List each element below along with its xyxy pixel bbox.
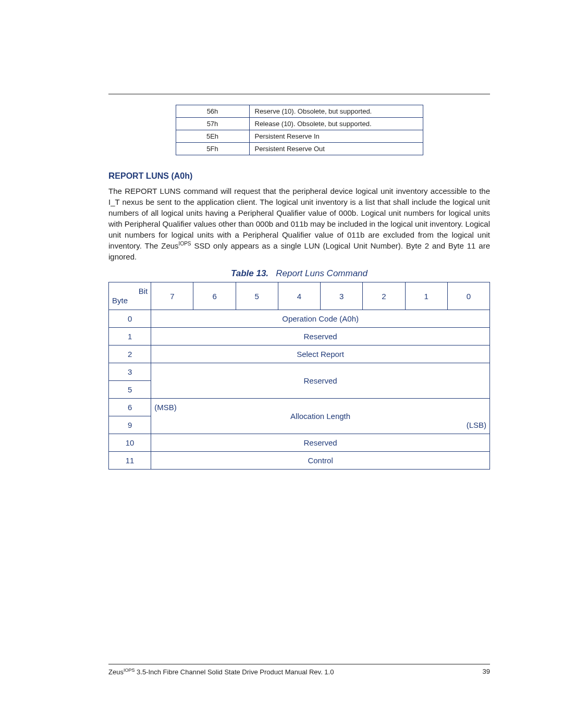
bit-header: 5 (236, 282, 278, 310)
spacer-cell (151, 416, 193, 434)
caption-title: Report Luns Command (276, 268, 368, 278)
spacer-cell (151, 381, 193, 399)
bit-header: 4 (278, 282, 320, 310)
table-row: 5Eh Persistent Reserve In (176, 130, 423, 143)
byte-cell-bot: 9 (109, 416, 151, 434)
command-table: Bit Byte 7 6 5 4 3 2 1 0 0 Operation Cod… (108, 282, 490, 470)
opcode-cell: 5Fh (176, 143, 249, 155)
spacer-cell (151, 363, 193, 381)
byte-cell: 11 (109, 452, 151, 470)
heading-text: UNS (151, 171, 169, 180)
bit-header: 2 (363, 282, 405, 310)
page-number: 39 (483, 668, 490, 676)
heading-text: L (146, 171, 151, 181)
heading-text: EPORT (115, 171, 143, 180)
byte-cell: 2 (109, 346, 151, 363)
opcode-cell: 5Eh (176, 130, 249, 143)
table-row: 56h Reserve (10). Obsolete, but supporte… (176, 105, 423, 118)
footer-text: ZeusIOPS 3.5-Inch Fibre Channel Solid St… (108, 668, 334, 676)
byte-cell-top: 6 (109, 399, 151, 416)
byte-label: Byte (112, 296, 148, 305)
paragraph-text: The REPORT LUNS command will request tha… (108, 187, 490, 250)
table-row: 10 Reserved (109, 434, 490, 452)
byte-cell-top: 3 (109, 363, 151, 381)
table-row: 2 Select Report (109, 346, 490, 363)
bit-header: 6 (193, 282, 236, 310)
table-row: 11 Control (109, 452, 490, 470)
byte-cell: 10 (109, 434, 151, 452)
bit-header: 1 (405, 282, 447, 310)
footer-pre: Zeus (108, 668, 124, 676)
bit-header: 0 (447, 282, 489, 310)
lsb-label: (LSB) (447, 416, 489, 434)
spacer-cell (447, 363, 489, 381)
opcode-desc: Release (10). Obsolete, but supported. (249, 118, 423, 130)
opcode-cell: 57h (176, 118, 249, 130)
footer: ZeusIOPS 3.5-Inch Fibre Channel Solid St… (108, 664, 490, 676)
field-label: Reserved (151, 434, 490, 452)
footer-line: ZeusIOPS 3.5-Inch Fibre Channel Solid St… (108, 668, 490, 676)
table-row: 5Fh Persistent Reserve Out (176, 143, 423, 155)
heading-text: R (108, 171, 115, 181)
byte-cell: 0 (109, 310, 151, 328)
opcode-desc: Reserve (10). Obsolete, but supported. (249, 105, 423, 118)
caption-label: Table 13. (231, 268, 268, 278)
field-label: Operation Code (A0h) (151, 310, 490, 328)
field-label: Reserved (151, 328, 490, 346)
field-label: Reserved (193, 363, 447, 399)
opcode-desc: Persistent Reserve Out (249, 143, 423, 155)
byte-cell-bot: 5 (109, 381, 151, 399)
page: 56h Reserve (10). Obsolete, but supporte… (0, 0, 563, 728)
section-heading: REPORT LUNS (A0h) (108, 171, 490, 181)
footer-sup: IOPS (124, 668, 135, 673)
bit-header: 3 (321, 282, 363, 310)
bit-byte-header: Bit Byte (109, 282, 151, 310)
top-rule (108, 94, 490, 94)
spacer-cell (447, 399, 489, 416)
footer-rule (108, 664, 490, 664)
table-caption: Table 13. Report Luns Command (108, 268, 490, 279)
field-label: Select Report (151, 346, 490, 363)
bit-label: Bit (112, 287, 148, 296)
table-row: 6 (MSB) Allocation Length (109, 399, 490, 416)
opcode-table: 56h Reserve (10). Obsolete, but supporte… (176, 105, 423, 155)
byte-cell: 1 (109, 328, 151, 346)
footer-post: 3.5-Inch Fibre Channel Solid State Drive… (134, 668, 334, 676)
heading-suffix: (A0h) (171, 171, 192, 180)
body-paragraph: The REPORT LUNS command will request tha… (108, 186, 490, 262)
spacer-cell (447, 381, 489, 399)
table-row: 57h Release (10). Obsolete, but supporte… (176, 118, 423, 130)
table-row: 0 Operation Code (A0h) (109, 310, 490, 328)
msb-label: (MSB) (151, 399, 193, 416)
field-label: Allocation Length (193, 399, 447, 434)
field-label: Control (151, 452, 490, 470)
superscript: IOPS (179, 241, 191, 246)
table-row: 1 Reserved (109, 328, 490, 346)
opcode-cell: 56h (176, 105, 249, 118)
table-row: 3 Reserved (109, 363, 490, 381)
bit-header: 7 (151, 282, 193, 310)
opcode-desc: Persistent Reserve In (249, 130, 423, 143)
table-header-row: Bit Byte 7 6 5 4 3 2 1 0 (109, 282, 490, 310)
